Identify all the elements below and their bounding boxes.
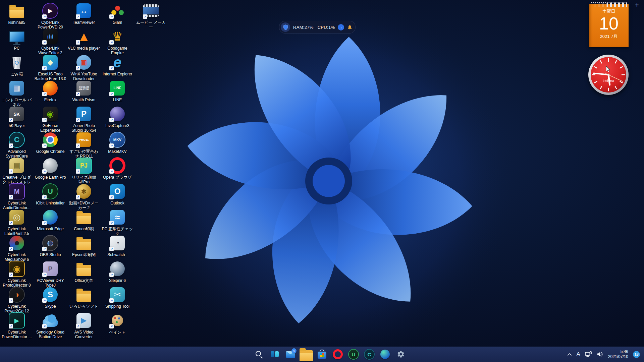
desktop-icon-goodgame-empire[interactable]: ♛↗Goodgame Empire [101,28,133,55]
shortcut-arrow-icon: ↗ [109,40,114,45]
desktop-icon-pc[interactable]: PC [1,28,33,51]
task-view-button[interactable] [268,348,281,361]
desktop-icon-schwatch[interactable]: ◔↗Schwatch - [101,235,133,257]
desktop-icon-control-panel[interactable]: ▦コントロール パネル [1,80,33,107]
desktop-icon-giam[interactable]: ↗Giam [101,3,133,25]
desktop-icon-teamviewer[interactable]: ↔↗TeamViewer [68,3,100,25]
shortcut-arrow-icon: ↗ [42,169,47,174]
spiral-binding [591,2,627,7]
desktop-icon-sugoi-ichiawase-pro11[interactable]: PRO11↗すごい位置合わせ PRO11 [68,132,100,159]
desktop-icon-opera-browser[interactable]: ↗Opera ブラウザ [101,158,133,180]
file-explorer-button[interactable] [300,348,313,361]
desktop-icon-canon-insatsu-folder[interactable]: Canon印刷 [68,209,100,231]
desktop-icon-douga-dvd-maker-2[interactable]: ✱↗動画×DVD×メーカー 2 [68,183,100,210]
desktop-icon-snipping-tool[interactable]: ✂↗Snipping Tool [101,287,133,309]
desktop-icon-kishina85-folder[interactable]: kishina85 [1,3,33,25]
desktop-icon-geforce-experience[interactable]: ◉↗GeForce Experience [34,106,66,133]
search-icon [255,350,263,359]
desktop-icon-paint[interactable]: ↗ペイント [101,312,133,335]
taskbar-center-icons: 1UC [236,348,408,361]
system-monitor-widget[interactable]: RAM:27% CPU:1% → [279,21,356,34]
network-icon[interactable] [585,351,592,357]
icon-area: PJ↗ [76,158,92,174]
icon-area: ▦ [9,80,25,96]
tray-overflow-chevron-icon[interactable] [567,353,572,356]
icon-area: S↗ [42,287,58,303]
icon-area: O↗ [109,183,125,199]
icon-area: C↗ [9,132,25,148]
tray-clock[interactable]: 5:46 2021/07/10 [608,349,628,359]
desktop-icon-avs-video-converter[interactable]: ▶↗AVS Video Converter [68,312,100,339]
desktop-icon-movie-maker[interactable]: ↗ムービー メーカー [135,3,167,29]
desktop-icon-cyberlink-powerdirector[interactable]: ▶↗CyberLink PowerDirector ... [1,312,33,339]
desktop-icon-cyberlink-mediashow[interactable]: ↗CyberLink MediaShow 6 [1,235,33,262]
analog-clock-widget[interactable]: kishina [588,54,629,96]
desktop-icon-iobit-uninstaller[interactable]: U↗IObit Uninstaller [34,183,66,205]
desktop-icon-google-chrome[interactable]: ↗Google Chrome [34,132,66,154]
bell-icon[interactable] [347,24,353,30]
desktop-icon-skype[interactable]: S↗Skype [34,287,66,309]
edge-button[interactable] [378,348,392,361]
monitor-go-button[interactable]: → [338,24,344,31]
shortcut-arrow-icon: ↗ [42,195,47,199]
unread-count-badge: 1 [291,348,297,353]
desktop-icon-5kplayer[interactable]: 5K↗5KPlayer [1,106,33,128]
icon-area [9,28,25,45]
desktop-icon-label: kishina85 [8,20,25,25]
shortcut-arrow-icon: ↗ [42,273,47,277]
desktop-icon-microsoft-edge[interactable]: ↗Microsoft Edge [34,209,66,231]
desktop-icon-obs-studio[interactable]: ◍↗OBS Studio [34,235,66,257]
desktop-icon-iroiro-soft-folder[interactable]: いろいろソフト [68,287,100,309]
desktop-icon-cyberlink-power2go[interactable]: ◑↗CyberLink Power2Go 12 [1,287,33,313]
desktop-icon-zoner-photo-studio[interactable]: P↗Zoner Photo Studio 16 x64 [68,106,100,133]
opera-icon [333,349,343,359]
desktop-icon-office-bunsho-folder[interactable]: Office文章 [68,261,100,283]
desktop-icon-easeus-todo-backup[interactable]: ◆↗EaseUS Todo Backup Free 13.0 [34,54,66,81]
desktop-icon-internet-explorer[interactable]: e↗Internet Explorer [101,54,133,76]
notification-count-badge[interactable]: 18 [633,351,640,358]
shortcut-arrow-icon: ↗ [42,40,47,45]
icon-area: ılıl↗ [42,28,58,45]
shortcut-arrow-icon: ↗ [42,143,47,148]
start-button[interactable] [236,348,250,361]
desktop-icon-google-earth-pro[interactable]: ↗Google Earth Pro [34,158,66,180]
windows-start-icon [239,350,248,359]
desktop-icon-line[interactable]: LINE↗LINE [101,80,133,102]
icon-area: ◉↗ [9,261,25,277]
desktop-icon-firefox[interactable]: ↗Firefox [34,80,66,102]
icon-area: ↗ [42,132,58,148]
desktop-icon-winx-youtube-downloader[interactable]: ▣↗WinX YouTube Downloader [68,54,100,81]
desktop-icon-cyberlink-labelprint[interactable]: ◎↗CyberLink LabelPrint 2.5 [1,209,33,236]
volume-icon[interactable] [597,352,603,357]
desktop-icon-outlook[interactable]: O↗Outlook [101,183,133,205]
desktop-icon-makemkv[interactable]: MKV↗MakeMKV [101,132,133,154]
mail-button[interactable]: 1 [284,348,297,361]
microsoft-store-button[interactable] [315,348,329,361]
desktop-icon-vlc-media-player[interactable]: ▲↗VLC media player [68,28,100,51]
desktop-icon-livecapture3[interactable]: ↗LiveCapture3 [101,106,133,128]
desktop-icon-cyberlink-waveeditor[interactable]: ılıl↗CyberLink WaveEditor 2 [34,28,66,55]
iobit-uninstaller-button[interactable]: U [347,348,360,361]
desktop-icon-cyberlink-audiodirector[interactable]: M↗CyberLink AudioDirector... [1,183,33,210]
desktop-icon-pcviewer-dry-typej[interactable]: P↗PCViewer DRY TypeJ [34,261,66,288]
desktop-icon-advanced-systemcare[interactable]: C↗Advanced SystemCare [1,132,33,159]
desktop-icon-cyberlink-photodirector[interactable]: ◉↗CyberLink PhotoDirector 8 [1,261,33,288]
opera-button[interactable] [331,348,344,361]
advanced-systemcare-button[interactable]: C [363,348,376,361]
desktop-icon-synology-cloud-station-drive[interactable]: ↗Synology Cloud Station Drive [34,312,66,339]
search-button[interactable] [252,348,266,361]
tray-date: 2021/07/10 [608,354,628,359]
desktop-icon-recycle-bin[interactable]: ごみ箱 [1,54,33,76]
ime-indicator[interactable]: A [577,351,580,358]
settings-button[interactable] [394,348,408,361]
icon-area: M↗ [9,183,25,199]
calendar-widget[interactable]: 土曜日 10 2021 7月 [589,4,629,47]
desktop-icon-resize-chokantan-pro[interactable]: PJ↗リサイズ超簡単!Pro [68,158,100,184]
desktop-icon-cyberlink-powerdvd[interactable]: ▶↗CyberLink PowerDVD 20 [34,3,66,29]
desktop-icon-sleipnir-6[interactable]: ↗Sleipnir 6 [101,261,133,283]
desktop-icon-wraith-prism[interactable]: COOLER MASTER↗Wraith Prism [68,80,100,102]
icon-area: e↗ [109,54,125,70]
desktop-icon-pc-health-check[interactable]: ≈↗PC 正常性チェック [101,209,133,236]
add-widget-button[interactable]: + [635,1,639,9]
desktop-icon-epson-insatsu-folder[interactable]: Epson印刷関 [68,235,100,257]
